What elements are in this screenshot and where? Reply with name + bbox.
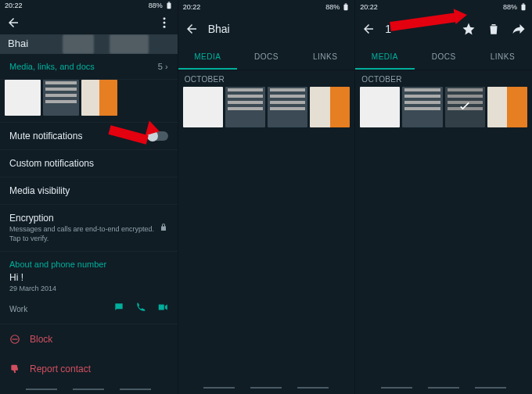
report-label: Report contact — [30, 364, 91, 374]
message-icon[interactable] — [113, 302, 124, 316]
media-thumbs[interactable] — [0, 80, 178, 123]
forward-button[interactable] — [510, 20, 527, 38]
svg-rect-0 — [167, 3, 171, 9]
mute-toggle[interactable] — [148, 131, 168, 141]
svg-rect-10 — [523, 3, 525, 4]
month-header: OCTOBER — [355, 70, 532, 87]
month-header: OCTOBER — [178, 70, 355, 87]
media-grid — [355, 87, 532, 127]
svg-rect-7 — [344, 5, 348, 11]
svg-rect-1 — [167, 2, 170, 2]
video-icon[interactable] — [157, 302, 168, 316]
status-time: 20:22 — [183, 3, 201, 11]
title: Bhai — [208, 23, 230, 35]
back-button[interactable] — [360, 20, 377, 38]
star-button[interactable] — [460, 20, 477, 38]
topbar — [0, 11, 178, 34]
tab-media[interactable]: MEDIA — [355, 44, 414, 70]
svg-point-2 — [163, 17, 165, 20]
thumb[interactable] — [183, 87, 223, 127]
svg-point-4 — [163, 26, 165, 28]
status-time: 20:22 — [5, 2, 23, 9]
media-links-docs-row[interactable]: Media, links, and docs 5 › — [0, 54, 178, 80]
status-bar: 20:22 88% — [0, 0, 178, 11]
status-right: 88% — [149, 2, 173, 9]
mute-label: Mute notifications — [9, 131, 82, 141]
thumb[interactable] — [310, 87, 350, 127]
svg-point-3 — [163, 22, 165, 24]
topbar: Bhai — [178, 14, 355, 44]
block-label: Block — [30, 334, 52, 345]
thumb[interactable] — [402, 87, 442, 127]
back-button[interactable] — [183, 20, 200, 38]
thumb-selected[interactable] — [445, 87, 485, 127]
battery-icon — [165, 2, 173, 9]
tab-docs[interactable]: DOCS — [237, 44, 296, 70]
encryption-row[interactable]: Encryption Messages and calls are end-to… — [0, 205, 178, 252]
block-icon — [9, 334, 20, 345]
contact-hero[interactable]: Bhai — [0, 34, 178, 54]
media-grid — [178, 87, 355, 127]
svg-rect-9 — [521, 5, 525, 11]
contact-name: Bhai — [8, 38, 28, 49]
check-icon — [445, 87, 485, 127]
media-header: Media, links, and docs — [9, 62, 95, 71]
thumb[interactable] — [225, 87, 265, 127]
media-visibility-row[interactable]: Media visibility — [0, 177, 178, 205]
visibility-label: Media visibility — [9, 185, 168, 196]
tabs: MEDIA DOCS LINKS — [178, 44, 355, 70]
custom-label: Custom notifications — [9, 158, 168, 169]
tab-links[interactable]: LINKS — [473, 44, 532, 70]
call-icon[interactable] — [135, 302, 146, 316]
android-navbar — [178, 381, 355, 394]
overflow-menu[interactable] — [156, 14, 173, 31]
selection-count: 1 — [385, 23, 391, 35]
about-text: Hi ! — [9, 272, 168, 283]
thumb[interactable] — [487, 87, 527, 127]
android-navbar — [355, 381, 532, 394]
status-battery: 88% — [149, 2, 163, 9]
status-bar: 20:22 88% — [355, 0, 532, 14]
tabs: MEDIA DOCS LINKS — [355, 44, 532, 70]
about-header: About and phone number — [0, 252, 178, 270]
thumb[interactable] — [5, 80, 41, 116]
block-row[interactable]: Block — [0, 324, 178, 354]
lock-icon — [159, 221, 168, 235]
report-row[interactable]: Report contact — [0, 354, 178, 384]
back-button[interactable] — [5, 14, 22, 31]
phone-type: Work — [9, 305, 27, 313]
phone-row: Work — [0, 299, 178, 324]
panel-contact-info: 20:22 88% Bhai Media, links, and docs 5 … — [0, 0, 178, 394]
android-navbar — [0, 384, 178, 394]
thumbs-down-icon — [9, 364, 20, 374]
status-bar: 20:22 88% — [178, 0, 355, 14]
media-count: 5 › — [158, 62, 168, 71]
panel-media-selection: 20:22 88% 1 MEDIA DOCS LINKS OCTOBER — [354, 0, 532, 394]
custom-notifications-row[interactable]: Custom notifications — [0, 150, 178, 177]
tab-docs[interactable]: DOCS — [415, 44, 473, 70]
tab-links[interactable]: LINKS — [296, 44, 354, 70]
panel-media-grid: 20:22 88% Bhai MEDIA DOCS LINKS OCTOBER — [178, 0, 355, 394]
svg-rect-8 — [345, 3, 347, 4]
mute-row[interactable]: Mute notifications — [0, 123, 178, 150]
status-time: 20:22 — [360, 3, 378, 11]
encryption-sub: Messages and calls are end-to-end encryp… — [9, 225, 159, 243]
thumb[interactable] — [268, 87, 307, 127]
thumb[interactable] — [43, 80, 79, 116]
delete-button[interactable] — [485, 20, 502, 38]
tab-media[interactable]: MEDIA — [178, 44, 237, 70]
thumb[interactable] — [360, 87, 400, 127]
selection-toolbar: 1 — [355, 14, 532, 44]
encryption-title: Encryption — [9, 213, 159, 224]
about-date: 29 March 2014 — [9, 285, 168, 292]
thumb[interactable] — [81, 80, 117, 116]
